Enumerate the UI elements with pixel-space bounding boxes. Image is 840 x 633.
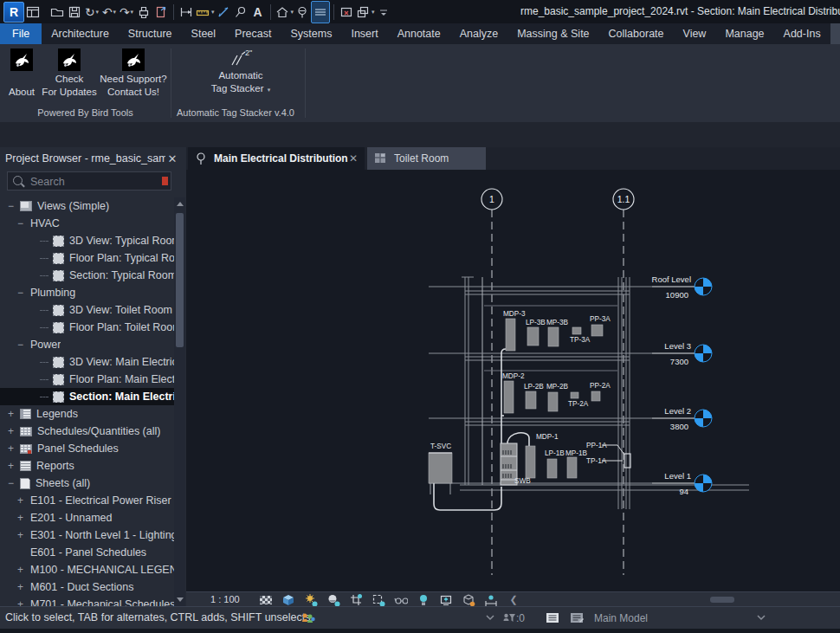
expander[interactable]: − [6, 477, 16, 489]
project-browser-header[interactable]: Project Browser - rme_basic_sampl... ✕ [0, 147, 186, 170]
crop-view-icon[interactable] [349, 593, 363, 607]
tree-item[interactable]: Section: Typical Room W [0, 267, 174, 284]
tree-item-reports[interactable]: +Reports [0, 457, 174, 475]
temporary-hide-isolate-icon[interactable] [394, 593, 408, 607]
selection-filter-icon[interactable]: :0 [502, 607, 525, 629]
expander[interactable]: + [6, 408, 16, 420]
tab-manage[interactable]: Manage [715, 23, 773, 44]
tree-item-hvac[interactable]: −HVAC [0, 215, 174, 232]
level-roof[interactable]: Roof Level 10900 [429, 275, 712, 300]
tree-item-sheet[interactable]: +E301 - North Level 1 - Lighting [0, 526, 174, 544]
about-button[interactable]: About [3, 48, 40, 99]
scroll-down-icon[interactable] [177, 597, 184, 602]
displacement-sets-icon[interactable] [462, 593, 475, 607]
aligned-dimension-icon[interactable] [215, 2, 232, 23]
tab-architecture[interactable]: Architecture [42, 23, 119, 44]
tab-bird-tools[interactable]: Bird Tools [830, 23, 840, 44]
search-input[interactable] [29, 173, 153, 191]
tree-item[interactable]: 3D View: Toilet Room [0, 301, 174, 319]
thin-lines-icon[interactable] [311, 1, 330, 23]
search-box[interactable] [7, 171, 171, 191]
tab-precast[interactable]: Precast [225, 23, 281, 44]
collapse-bar-icon[interactable]: ❮ [507, 593, 520, 607]
tree-item[interactable]: Floor Plan: Typical Room [0, 249, 174, 267]
expander[interactable]: + [16, 598, 25, 606]
sun-path-icon[interactable] [304, 593, 318, 607]
scroll-up-icon[interactable] [177, 202, 184, 206]
save-icon[interactable] [66, 2, 83, 23]
tree-item-plumbing[interactable]: −Plumbing [0, 284, 174, 301]
tab-add-ins[interactable]: Add-Ins [774, 23, 830, 44]
expander[interactable]: + [16, 529, 25, 541]
tab-file[interactable]: File [0, 23, 42, 44]
tree-item-legends[interactable]: +Legends [0, 405, 174, 423]
dropdown-caret-icon[interactable]: ▾ [268, 87, 271, 93]
tab-view[interactable]: View [674, 23, 716, 44]
expander[interactable]: + [16, 581, 25, 593]
tab-massing-site[interactable]: Massing & Site [507, 23, 598, 44]
tree-item[interactable]: 3D View: Typical Room [0, 232, 174, 249]
tree-item[interactable]: Floor Plan: Toilet Room [0, 319, 174, 336]
level-3[interactable]: Level 3 7300 [429, 341, 712, 366]
reveal-constraints-icon[interactable] [484, 593, 498, 607]
design-option-value[interactable]: Main Model [594, 607, 648, 629]
close-tab-icon[interactable]: ✕ [349, 152, 358, 165]
tree-item-sheet[interactable]: +E101 - Electrical Power Riser D [0, 492, 174, 509]
tab-analyze[interactable]: Analyze [450, 23, 507, 44]
tree-item-sheet[interactable]: +E201 - Unnamed [0, 509, 174, 526]
editable-only-icon[interactable] [546, 607, 560, 629]
chevron-down-icon[interactable] [486, 607, 494, 629]
tag-icon[interactable] [232, 2, 249, 23]
worksharing-icon[interactable] [300, 607, 316, 629]
detail-level-icon[interactable] [259, 593, 273, 607]
shadows-icon[interactable] [326, 593, 340, 607]
redo-icon[interactable]: ↷▾ [118, 2, 135, 23]
customize-qat-icon[interactable] [375, 2, 392, 23]
revit-logo[interactable]: R [3, 2, 24, 23]
expander[interactable]: + [6, 425, 16, 437]
view-tab-active[interactable]: Main Electrical Distribution ✕ [188, 147, 365, 170]
view-tab-inactive[interactable]: Toilet Room [367, 147, 486, 170]
expander[interactable]: + [6, 442, 16, 455]
worksets-icon[interactable] [570, 607, 585, 629]
tab-annotate[interactable]: Annotate [388, 23, 450, 44]
model-canvas[interactable]: 1 1.1 [186, 170, 840, 591]
tag-panel-label[interactable]: Automatic Tag Stacker v.4.0 [177, 106, 294, 120]
tree-item-sheet[interactable]: +M100 - MECHANICAL LEGEND [0, 561, 174, 578]
tab-systems[interactable]: Systems [281, 23, 341, 44]
reveal-hidden-elements-icon[interactable] [417, 593, 430, 607]
text-icon[interactable]: A [249, 2, 267, 23]
close-hidden-windows-icon[interactable] [338, 2, 355, 23]
switch-windows-icon[interactable]: ▾ [355, 2, 375, 23]
tree-item-schedules[interactable]: +Schedules/Quantities (all) [0, 423, 174, 440]
expander[interactable]: + [16, 494, 25, 507]
expander[interactable]: + [16, 512, 25, 524]
scrollbar-thumb[interactable] [176, 213, 184, 347]
tab-steel[interactable]: Steel [182, 23, 226, 44]
tree-item-sheet[interactable]: +M601 - Duct Sections [0, 578, 174, 596]
sync-icon[interactable]: ↻▾ [83, 2, 100, 23]
bird-panel-label[interactable]: Powered By Bird Tools [0, 106, 171, 120]
tree-item[interactable]: Floor Plan: Main Electri [0, 371, 174, 388]
tree-item-sheets[interactable]: −Sheets (all) [0, 475, 174, 492]
scale-control[interactable]: 1 : 100 [210, 592, 240, 607]
check-for-updates-button[interactable]: CheckFor Updates [42, 48, 97, 99]
design-option-dropdown-icon[interactable] [757, 607, 766, 629]
tree-item-power[interactable]: −Power [0, 336, 174, 353]
undo-icon[interactable]: ↶▾ [100, 2, 118, 23]
expander[interactable]: − [16, 287, 25, 299]
automatic-tag-stacker-button[interactable]: 2" AutomaticTag Stacker ▾ [204, 48, 277, 96]
dimension-icon[interactable] [178, 2, 195, 23]
tree-item-views[interactable]: −Views (Simple) [0, 197, 174, 215]
expander[interactable]: + [6, 460, 16, 472]
tab-insert[interactable]: Insert [341, 23, 387, 44]
print-icon[interactable] [135, 2, 152, 23]
temporary-view-properties-icon[interactable] [439, 593, 453, 607]
document-arrow-icon[interactable] [152, 2, 170, 23]
expander[interactable]: − [16, 217, 25, 229]
level-2[interactable]: Level 2 3800 [429, 406, 712, 431]
expander[interactable]: − [16, 339, 25, 351]
open-icon[interactable] [48, 2, 66, 23]
tree-item[interactable]: 3D View: Main Electrica [0, 353, 174, 371]
expander[interactable]: − [6, 200, 16, 212]
